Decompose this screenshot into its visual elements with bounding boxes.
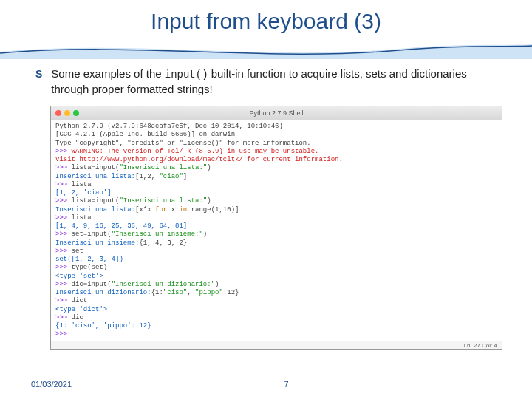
footer-date: 01/03/2021 [31,380,72,389]
bullet-text-pre: Some examples of the [51,67,164,80]
slide-title: Input from keyboard (3) [0,0,532,34]
footer-page-number: 7 [72,380,501,389]
slide-footer: 01/03/2021 7 [0,380,532,389]
python-shell-window: Python 2.7.9 Shell Python 2.7.9 (v2.7.9:… [50,106,502,350]
shell-window-title: Python 2.7.9 Shell [51,109,502,117]
bullet-item: S Some examples of the input() built-in … [35,66,502,97]
shell-status-bar: Ln: 27 Col: 4 [51,341,502,349]
shell-content: Python 2.7.9 (v2.7.9:648dcafa7e5f, Dec 1… [51,120,502,341]
bullet-text: Some examples of the input() built-in fu… [51,66,502,97]
shell-titlebar: Python 2.7.9 Shell [51,106,502,120]
decorative-wave [0,38,532,59]
bullet-marker: S [35,66,42,97]
bullet-code: input() [165,69,208,81]
